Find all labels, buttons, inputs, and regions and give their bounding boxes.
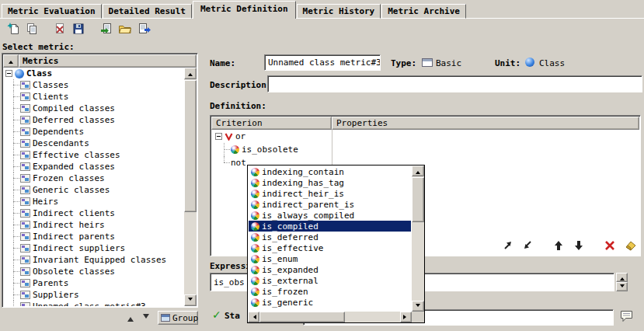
criterion-row-or[interactable]: or — [211, 130, 639, 143]
export-metrics-button[interactable] — [134, 21, 153, 38]
criterion-option[interactable]: is_frozen — [249, 286, 411, 297]
tree-item[interactable]: Indirect suppliers — [3, 242, 186, 254]
scroll-up-icon[interactable] — [184, 68, 197, 79]
criterion-option[interactable]: indexing_has_tag — [249, 177, 411, 188]
scroll-down-icon[interactable] — [616, 282, 628, 291]
criterion-column-header[interactable]: Criterion — [211, 117, 332, 130]
tree-item[interactable]: Deferred classes — [3, 114, 186, 126]
metric-icon — [20, 302, 30, 306]
criterion-option-selected[interactable]: is_compiled — [249, 221, 411, 232]
dropdown-vertical-scrollbar[interactable] — [412, 166, 424, 312]
tree-item[interactable]: Indirect clients — [3, 207, 186, 219]
criterion-option[interactable]: is_always_compiled — [249, 210, 411, 221]
tree-item[interactable]: Suppliers — [3, 289, 186, 301]
criterion-dropdown: indexing_contain indexing_has_tag indire… — [247, 165, 425, 323]
unit-label: Unit: — [495, 58, 520, 68]
tab-metric-history[interactable]: Metric History — [297, 4, 381, 19]
tree-scrollbar[interactable] — [184, 68, 197, 306]
tree-item-label: Obsolete classes — [33, 267, 115, 277]
tree-item[interactable]: Indirect parents — [3, 231, 186, 242]
tree-item[interactable]: Unnamed class metric#3 — [3, 301, 186, 306]
tree-item[interactable]: Frozen classes — [3, 172, 186, 184]
criterion-row-is-obsolete[interactable]: is_obsolete — [211, 143, 639, 156]
shift-criterion-out-button[interactable] — [500, 239, 515, 253]
tree-item[interactable]: Parents — [3, 277, 186, 289]
collapse-icon[interactable] — [5, 70, 12, 77]
comment-button[interactable] — [619, 309, 634, 326]
copy-metric-button[interactable] — [23, 21, 41, 38]
metric-icon — [20, 232, 30, 241]
copy-metric-icon — [26, 23, 38, 37]
criterion-option[interactable]: is_external — [249, 275, 411, 286]
criterion-option-label: is_effective — [262, 243, 323, 253]
scroll-right-icon[interactable] — [400, 312, 412, 322]
tab-metric-definition[interactable]: Metric Definition — [193, 1, 296, 19]
import-metrics-button[interactable] — [97, 21, 116, 38]
name-input[interactable]: Unnamed class metric#3 — [264, 54, 381, 71]
metric-icon — [20, 244, 30, 253]
criterion-option[interactable]: indirect_heir_is — [249, 188, 411, 199]
tree-item[interactable]: Expanded classes — [3, 161, 186, 172]
move-criterion-up-button[interactable] — [551, 239, 566, 253]
down-arrow-icon — [143, 314, 149, 322]
scroll-up-icon[interactable] — [616, 273, 628, 282]
tree-item[interactable]: Heirs — [3, 196, 186, 207]
scroll-down-icon[interactable] — [412, 301, 424, 312]
tree-item[interactable]: Effective classes — [3, 149, 186, 161]
tree-item[interactable]: Compiled classes — [3, 103, 186, 114]
criterion-option[interactable]: is_expanded — [249, 264, 411, 275]
tab-metric-evaluation[interactable]: Metric Evaluation — [2, 4, 102, 19]
clear-definition-button[interactable] — [622, 239, 638, 253]
dropdown-scrollbar-thumb[interactable] — [412, 177, 424, 222]
tab-metric-archive[interactable]: Metric Archive — [381, 4, 466, 19]
tree-item[interactable]: Descendants — [3, 138, 186, 149]
new-metric-button[interactable] — [4, 21, 23, 38]
metrics-column-header[interactable]: Metrics — [3, 54, 197, 68]
criterion-option[interactable]: is_generic — [249, 297, 411, 308]
tree-item[interactable]: Obsolete classes — [3, 266, 186, 277]
criterion-option[interactable]: indirect_parent_is — [249, 199, 411, 210]
dropdown-hscrollbar-thumb[interactable] — [259, 312, 345, 322]
collapse-icon[interactable] — [215, 133, 222, 140]
delete-criterion-button[interactable] — [602, 239, 618, 253]
up-arrow-icon — [553, 240, 564, 253]
tree-root-class[interactable]: Class — [3, 68, 186, 79]
shift-criterion-in-button[interactable] — [520, 239, 535, 253]
tree-connector — [10, 266, 20, 277]
tree-item[interactable]: Classes — [3, 79, 186, 91]
class-unit-icon — [15, 69, 24, 78]
criterion-option[interactable]: is_effective — [249, 242, 411, 253]
tree-item[interactable]: Indirect heirs — [3, 219, 186, 231]
criterion-option-label: is_external — [262, 276, 319, 286]
scroll-up-icon[interactable] — [412, 166, 424, 176]
scroll-down-icon[interactable] — [184, 294, 197, 306]
criterion-option[interactable]: is_enum — [249, 253, 411, 264]
description-input[interactable] — [267, 75, 642, 92]
dropdown-horizontal-scrollbar[interactable] — [248, 312, 412, 322]
group-toggle-button[interactable]: Group — [158, 311, 198, 325]
criterion-icon — [251, 211, 259, 220]
save-metric-button[interactable] — [69, 21, 88, 38]
tree-item[interactable]: Invariant Equipped classes — [3, 254, 186, 266]
sort-ascending-icon[interactable] — [3, 54, 19, 68]
criterion-icon — [251, 233, 259, 242]
tree-item[interactable]: Clients — [3, 91, 186, 103]
delete-metric-button[interactable] — [50, 21, 69, 38]
move-criterion-down-button[interactable] — [571, 239, 587, 253]
tree-scrollbar-thumb[interactable] — [184, 80, 197, 212]
tree-item[interactable]: Dependents — [3, 126, 186, 138]
tree-item[interactable]: Generic classes — [3, 184, 186, 196]
open-metrics-button[interactable] — [116, 21, 134, 38]
move-metric-down-button[interactable] — [139, 311, 152, 325]
metrics-header-label[interactable]: Metrics — [19, 54, 197, 68]
scroll-left-icon[interactable] — [248, 312, 259, 322]
criterion-option[interactable]: is_deferred — [249, 232, 411, 242]
criterion-option[interactable]: indexing_contain — [249, 166, 411, 177]
tab-detailed-result[interactable]: Detailed Result — [103, 4, 192, 19]
properties-column-header[interactable]: Properties — [332, 117, 639, 130]
tree-item-label: Indirect heirs — [33, 220, 105, 230]
criterion-option-label: is_frozen — [262, 287, 308, 297]
metric-icon — [20, 162, 30, 171]
move-metric-up-button[interactable] — [124, 311, 137, 325]
metric-tool-window: Metric Evaluation Detailed Result Metric… — [0, 0, 644, 331]
